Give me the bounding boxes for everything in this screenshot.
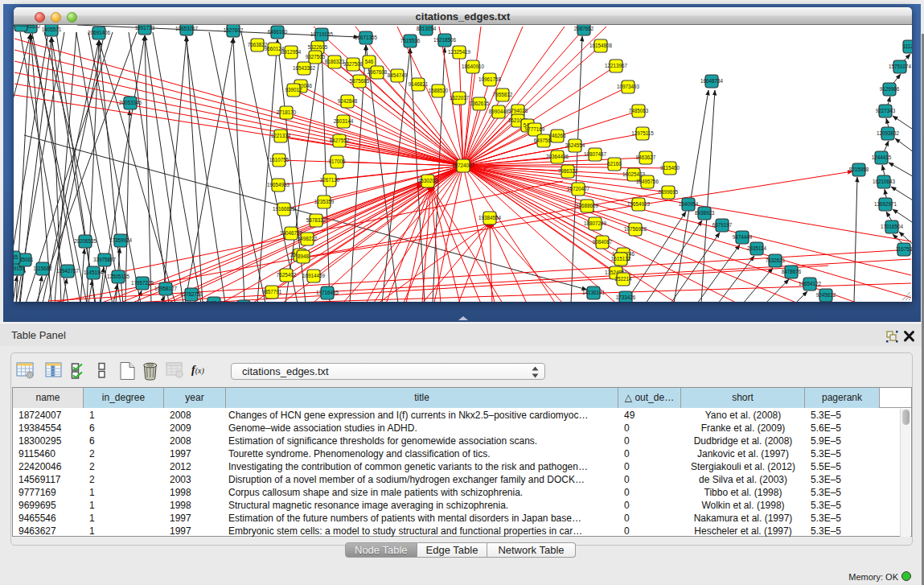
svg-text:1733426: 1733426 [616,295,636,300]
svg-text:2087662: 2087662 [574,26,594,31]
svg-text:135: 135 [14,254,18,260]
svg-text:7986322: 7986322 [558,168,578,174]
svg-text:10654122: 10654122 [799,281,822,286]
svg-text:12505135: 12505135 [107,274,130,279]
svg-text:8938923: 8938923 [695,210,715,216]
svg-text:10688609: 10688609 [576,203,599,208]
svg-text:16543362: 16543362 [293,65,316,71]
svg-text:12213967: 12213967 [605,63,628,68]
svg-text:18724007: 18724007 [452,163,475,168]
svg-text:8454749: 8454749 [388,72,408,78]
svg-text:10958127: 10958127 [154,286,178,291]
svg-text:1610755: 1610755 [269,157,290,163]
svg-text:2967608: 2967608 [368,69,388,75]
svg-text:2718170: 2718170 [277,109,297,115]
svg-text:3624554: 3624554 [565,142,585,148]
svg-text:8427552: 8427552 [330,138,350,143]
svg-text:8813054: 8813054 [417,26,437,31]
svg-text:9129966: 9129966 [880,86,900,92]
svg-text:19654923: 19654923 [627,201,651,207]
svg-text:9857791: 9857791 [262,289,282,295]
svg-text:2803144: 2803144 [334,118,354,124]
svg-text:19218506: 19218506 [433,37,457,43]
svg-text:16671355: 16671355 [355,35,378,40]
svg-text:17016504: 17016504 [881,224,904,229]
svg-text:116753: 116753 [896,246,912,252]
svg-text:14136141: 14136141 [582,290,606,295]
svg-text:7515536: 7515536 [400,38,421,43]
svg-text:1115682: 1115682 [33,266,52,271]
svg-text:8478676: 8478676 [782,269,802,274]
svg-text:746266: 746266 [548,133,566,138]
svg-text:9227343: 9227343 [876,108,896,113]
svg-text:10973493: 10973493 [617,84,640,89]
svg-text:1244415: 1244415 [872,154,892,160]
svg-text:6466160: 6466160 [268,29,288,35]
svg-text:5878332: 5878332 [306,217,326,223]
svg-text:16210643: 16210643 [873,179,896,184]
svg-text:8948: 8948 [298,253,310,259]
svg-text:19654983: 19654983 [267,182,290,187]
svg-text:12975115: 12975115 [631,130,654,136]
svg-text:9084067: 9084067 [593,239,613,245]
svg-text:2530203: 2530203 [418,178,438,183]
svg-text:10756928: 10756928 [624,226,647,232]
svg-text:9115460: 9115460 [660,165,680,171]
svg-text:18640910: 18640910 [462,64,485,69]
svg-text:9463627: 9463627 [636,154,656,160]
svg-text:18495756: 18495756 [636,179,659,184]
svg-text:1405571: 1405571 [42,27,62,32]
svg-text:16648784: 16648784 [700,78,724,84]
svg-text:12093832: 12093832 [877,130,900,136]
svg-text:7485063: 7485063 [629,108,649,113]
svg-text:8912954: 8912954 [281,49,302,55]
svg-text:15751074: 15751074 [889,64,912,69]
svg-text:20206535: 20206535 [74,238,97,244]
svg-text:9245612: 9245612 [816,292,836,298]
svg-text:1615132: 1615132 [611,256,631,262]
svg-text:5875685: 5875685 [350,78,370,84]
svg-text:19166825: 19166825 [273,206,296,212]
svg-text:10719155: 10719155 [310,31,334,37]
svg-text:19384554: 19384554 [478,215,502,220]
svg-text:9242848: 9242848 [338,98,358,104]
svg-text:1235359: 1235359 [314,199,335,204]
svg-text:1891733: 1891733 [135,25,155,31]
svg-text:9146821: 9146821 [409,81,429,87]
svg-text:1221334: 1221334 [271,133,291,138]
svg-text:62160: 62160 [607,161,622,167]
svg-text:9474444: 9474444 [733,234,753,240]
svg-text:1362615: 1362615 [470,101,490,106]
svg-text:7625402: 7625402 [277,272,297,278]
svg-text:7955812: 7955812 [493,92,513,97]
svg-text:16154808: 16154808 [589,43,613,48]
svg-text:1588520: 1588520 [429,88,449,93]
svg-text:3498222: 3498222 [298,236,318,241]
svg-text:9794028: 9794028 [508,108,528,113]
svg-text:9327505: 9327505 [306,54,326,60]
svg-text:917006: 917006 [328,159,346,164]
svg-text:252214: 252214 [614,276,632,282]
svg-text:10961758: 10961758 [478,76,502,82]
svg-text:10782759: 10782759 [180,291,203,297]
svg-text:5322605: 5322605 [308,44,328,50]
svg-text:190557: 190557 [14,25,30,27]
svg-text:6899695: 6899695 [659,189,679,195]
svg-text:1640954: 1640954 [679,201,699,207]
svg-text:33975887: 33975887 [93,257,117,262]
svg-text:9777169: 9777169 [525,126,545,132]
svg-text:13692971: 13692971 [874,201,897,207]
svg-text:10046755: 10046755 [280,230,303,236]
svg-text:8990448: 8990448 [489,109,509,114]
svg-text:20691406: 20691406 [88,30,111,35]
svg-text:16914459: 16914459 [302,273,326,278]
svg-text:2935114: 2935114 [747,245,767,251]
svg-text:17957225: 17957225 [131,280,154,286]
svg-text:8215958: 8215958 [849,167,869,172]
svg-text:11127: 11127 [903,43,912,49]
svg-text:15720407: 15720407 [567,186,590,192]
svg-text:20053346: 20053346 [119,100,142,105]
svg-text:939012: 939012 [285,87,302,93]
svg-text:6679197: 6679197 [713,222,733,228]
svg-text:1322037: 1322037 [450,95,470,101]
